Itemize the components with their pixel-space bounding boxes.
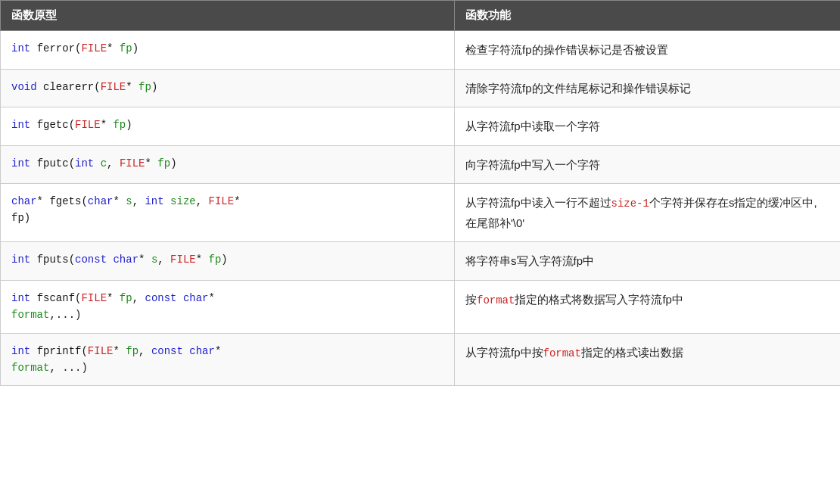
keyword-int-fputc: int [11,157,30,170]
table-row: int fgetc(FILE* fp) 从字符流fp中读取一个字符 [1,107,841,146]
func-name-ferror: ferror( [37,42,82,54]
table-row: int fscanf(FILE* fp, const char*format,.… [1,280,841,333]
desc-fscanf: 按format指定的格式将数据写入字符流fp中 [455,280,841,333]
code-cell-fscanf: int fscanf(FILE* fp, const char*format,.… [1,280,455,333]
desc-fgetc: 从字符流fp中读取一个字符 [455,107,841,146]
code-cell-fputs: int fputs(const char* s, FILE* fp) [1,242,455,281]
desc-fputc: 向字符流fp中写入一个字符 [455,145,841,184]
desc-clearerr: 清除字符流fp的文件结尾标记和操作错误标记 [455,69,841,107]
keyword-int-fgetc: int [11,119,30,131]
keyword-int-fputs: int [11,254,30,266]
table-row: void clearerr(FILE* fp) 清除字符流fp的文件结尾标记和操… [1,69,841,107]
table-row: int fputc(int c, FILE* fp) 向字符流fp中写入一个字符 [1,145,841,184]
keyword-void: void [11,81,37,93]
code-cell-clearerr: void clearerr(FILE* fp) [1,69,455,107]
keyword-char-fgets: char [11,195,37,207]
code-cell-fputc: int fputc(int c, FILE* fp) [1,145,455,184]
code-cell-fprintf: int fprintf(FILE* fp, const char*format,… [1,333,455,386]
desc-fgets: 从字符流fp中读入一行不超过size-1个字符并保存在s指定的缓冲区中, 在尾部… [455,184,841,242]
code-cell-fgets: char* fgets(char* s, int size, FILE*fp) [1,184,455,242]
code-cell-ferror: int ferror(FILE* fp) [1,31,455,70]
inline-code-size: size-1 [611,198,649,210]
keyword-int-fscanf: int [11,292,30,304]
desc-fprintf: 从字符流fp中按format指定的格式读出数据 [455,333,841,386]
desc-fputs: 将字符串s写入字符流fp中 [455,242,841,281]
inline-code-format-fscanf: format [477,294,515,306]
keyword-int: int [11,42,30,54]
table-row: char* fgets(char* s, int size, FILE*fp) … [1,184,841,242]
table-row: int fprintf(FILE* fp, const char*format,… [1,333,841,386]
keyword-int-fprintf: int [11,345,30,357]
col-header-description: 函数功能 [455,1,841,31]
code-cell-fgetc: int fgetc(FILE* fp) [1,107,455,146]
desc-ferror: 检查字符流fp的操作错误标记是否被设置 [455,31,841,70]
function-table: 函数原型 函数功能 int ferror(FILE* fp) 检查字符流fp的操… [0,0,840,386]
col-header-prototype: 函数原型 [1,1,455,31]
table-row: int fputs(const char* s, FILE* fp) 将字符串s… [1,242,841,281]
inline-code-format-fprintf: format [543,347,581,359]
table-row: int ferror(FILE* fp) 检查字符流fp的操作错误标记是否被设置 [1,31,841,70]
